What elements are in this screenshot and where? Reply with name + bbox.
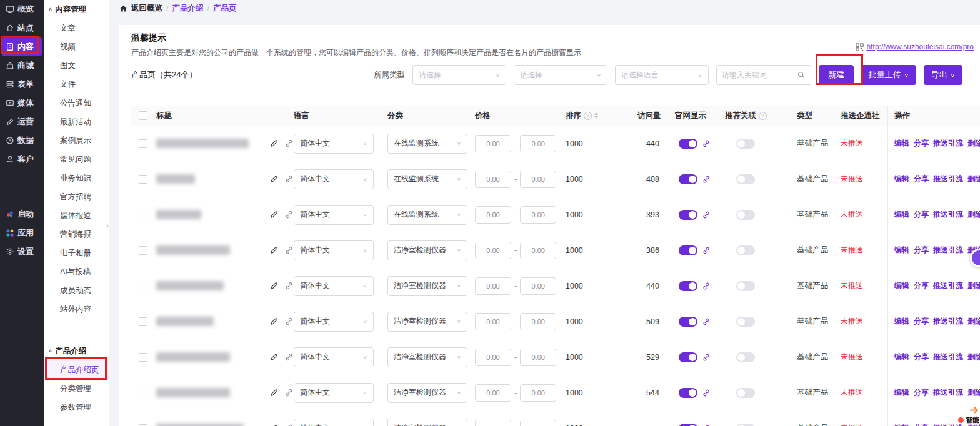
recommend-toggle[interactable] (736, 245, 755, 255)
category-select[interactable]: 洁净室检测仪器∨ (388, 347, 468, 367)
site-page-link-icon[interactable] (702, 317, 711, 326)
subnav-item[interactable]: 参数管理 (44, 398, 109, 417)
action-delete[interactable]: 删除 (968, 209, 980, 220)
keyword-input[interactable] (716, 65, 791, 85)
price-max-input[interactable] (520, 384, 556, 402)
action-edit[interactable]: 编辑 (894, 352, 909, 362)
sidebar-item-customer[interactable]: 客户 (0, 150, 44, 169)
action-push-traffic[interactable]: 推送引流 (933, 245, 963, 255)
price-max-input[interactable] (520, 420, 556, 426)
subnav-item[interactable]: 成员动态 (44, 281, 109, 300)
action-delete[interactable]: 删除 (968, 174, 980, 184)
recommend-toggle[interactable] (736, 352, 755, 362)
copy-link-icon[interactable] (284, 245, 294, 255)
edit-title-icon[interactable] (269, 317, 279, 326)
recommend-help-icon[interactable]: ? (759, 112, 767, 120)
sort-order-icon[interactable] (594, 112, 598, 119)
type-filter-select[interactable]: 请选择 ∨ (412, 65, 506, 85)
recommend-toggle[interactable] (736, 139, 755, 149)
action-edit[interactable]: 编辑 (894, 387, 909, 398)
site-display-toggle[interactable] (679, 245, 698, 255)
copy-link-icon[interactable] (284, 317, 294, 326)
category-select[interactable]: 洁净室检测仪器∨ (388, 383, 468, 403)
subnav-item-product-intro-page[interactable]: 产品介绍页 (44, 360, 109, 379)
sidebar-item-settings[interactable]: 设置 (0, 242, 44, 261)
action-edit[interactable]: 编辑 (894, 423, 909, 426)
price-min-input[interactable] (475, 206, 511, 224)
copy-link-icon[interactable] (284, 424, 294, 426)
language-select[interactable]: 简体中文∨ (294, 347, 374, 367)
language-select[interactable]: 简体中文∨ (294, 134, 374, 154)
language-select[interactable]: 简体中文∨ (294, 419, 374, 426)
action-push-traffic[interactable]: 推送引流 (933, 209, 963, 220)
language-select[interactable]: 简体中文∨ (294, 383, 374, 403)
export-button[interactable]: 导出 ∨ (924, 65, 962, 85)
breadcrumb-product-page-link[interactable]: 产品页 (213, 3, 237, 14)
row-checkbox[interactable] (139, 175, 148, 184)
edit-title-icon[interactable] (269, 174, 279, 184)
subnav-item[interactable]: 文件 (44, 75, 109, 94)
recommend-toggle[interactable] (736, 174, 755, 184)
action-push-traffic[interactable]: 推送引流 (933, 316, 963, 327)
sidebar-item-launch[interactable]: 启动 (0, 205, 44, 224)
action-push-traffic[interactable]: 推送引流 (933, 138, 963, 149)
sidebar-item-operation[interactable]: 运营 (0, 112, 44, 131)
copy-link-icon[interactable] (284, 174, 294, 184)
price-max-input[interactable] (520, 349, 556, 366)
secondary-filter-select[interactable]: 请选择 ∨ (514, 65, 608, 85)
action-edit[interactable]: 编辑 (894, 280, 909, 291)
action-delete[interactable]: 删除 (968, 352, 980, 362)
site-page-link-icon[interactable] (702, 211, 711, 219)
subnav-item[interactable]: 最新活动 (44, 112, 109, 131)
site-page-link-icon[interactable] (702, 175, 711, 184)
action-push-traffic[interactable]: 推送引流 (933, 387, 963, 398)
site-display-toggle[interactable] (679, 352, 698, 362)
batch-upload-button[interactable]: 批量上传 ∨ (861, 65, 916, 85)
site-display-toggle[interactable] (679, 424, 698, 426)
action-share[interactable]: 分享 (914, 245, 929, 255)
subnav-item[interactable]: 媒体报道 (44, 206, 109, 225)
sidebar-item-apps[interactable]: 应用 (0, 224, 44, 242)
category-select[interactable]: 洁净室检测仪器∨ (388, 240, 468, 260)
price-min-input[interactable] (475, 242, 511, 259)
breadcrumb-product-intro-link[interactable]: 产品介绍 (172, 3, 203, 14)
action-share[interactable]: 分享 (914, 174, 929, 184)
edit-title-icon[interactable] (269, 281, 279, 290)
action-push-traffic[interactable]: 推送引流 (933, 280, 963, 291)
subnav-item[interactable]: 站外内容 (44, 300, 109, 319)
subnav-item[interactable]: 案例展示 (44, 131, 109, 150)
category-select[interactable]: 在线监测系统∨ (388, 169, 468, 189)
copy-link-icon[interactable] (284, 139, 294, 148)
copy-link-icon[interactable] (284, 281, 294, 290)
sidebar-collapse-handle[interactable]: ‹ (106, 220, 109, 229)
select-all-checkbox[interactable] (139, 111, 148, 120)
search-button[interactable] (791, 65, 811, 85)
sidebar-item-mall[interactable]: 商城 (0, 56, 44, 75)
section-product-intro-title[interactable]: ∧ 产品介绍 (44, 342, 109, 360)
sidebar-item-data[interactable]: 数据 (0, 131, 44, 150)
sidebar-item-site[interactable]: 站点 (0, 19, 44, 37)
action-edit[interactable]: 编辑 (894, 209, 909, 220)
price-min-input[interactable] (475, 420, 511, 426)
recommend-toggle[interactable] (736, 281, 755, 291)
edit-title-icon[interactable] (269, 352, 279, 362)
subnav-item[interactable]: 电子相册 (44, 244, 109, 262)
edit-title-icon[interactable] (269, 210, 279, 219)
price-max-input[interactable] (520, 313, 556, 330)
site-display-toggle[interactable] (679, 139, 698, 149)
site-page-link-icon[interactable] (702, 282, 711, 290)
site-display-toggle[interactable] (679, 388, 698, 398)
subnav-item[interactable]: 公告通知 (44, 94, 109, 112)
price-max-input[interactable] (520, 171, 556, 188)
price-min-input[interactable] (475, 277, 511, 295)
category-select[interactable]: 洁净室检测仪器∨ (388, 312, 468, 332)
price-min-input[interactable] (475, 349, 511, 366)
site-display-toggle[interactable] (679, 174, 698, 184)
action-share[interactable]: 分享 (914, 423, 929, 426)
language-select[interactable]: 简体中文∨ (294, 276, 374, 296)
price-min-input[interactable] (475, 313, 511, 330)
row-checkbox[interactable] (139, 353, 148, 362)
action-delete[interactable]: 删除 (968, 387, 980, 398)
category-select[interactable]: 洁净室检测仪器∨ (388, 276, 468, 296)
action-delete[interactable]: 删除 (968, 280, 980, 291)
